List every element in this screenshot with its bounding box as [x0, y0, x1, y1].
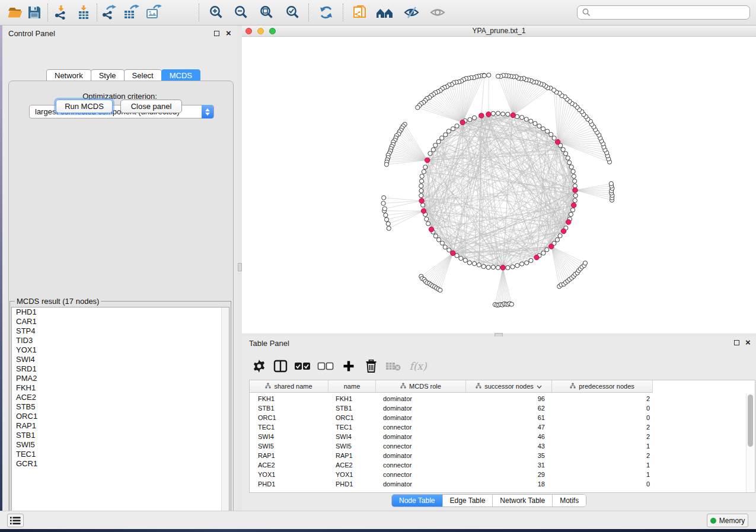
network-leaf-node[interactable] [438, 288, 442, 292]
network-leaf-node[interactable] [609, 181, 613, 185]
network-leaf-node[interactable] [384, 213, 388, 217]
mcds-hub-node[interactable] [425, 158, 429, 162]
network-node[interactable] [467, 261, 471, 265]
table-cell[interactable]: YOX1 [258, 470, 275, 479]
column-header-predecessor-nodes[interactable]: predecessor nodes [552, 380, 653, 393]
zoom-selected-icon[interactable] [283, 3, 303, 22]
table-cell[interactable]: connector [383, 460, 412, 470]
column-header-MCDS-role[interactable]: MCDS role [376, 380, 466, 393]
network-node[interactable] [419, 179, 423, 183]
tab-motifs[interactable]: Motifs [553, 495, 586, 507]
mcds-result-item[interactable]: ACE2 [12, 393, 229, 402]
network-node[interactable] [573, 198, 577, 203]
network-node[interactable] [447, 248, 451, 252]
table-cell[interactable]: 62 [466, 403, 545, 413]
open-session-icon[interactable] [5, 3, 25, 22]
network-canvas[interactable] [242, 37, 756, 334]
table-cell[interactable]: dominator [383, 451, 412, 460]
table-cell[interactable]: ORC1 [336, 413, 354, 422]
table-cell[interactable]: 2 [552, 451, 650, 460]
select-all-columns-icon[interactable] [292, 357, 312, 376]
network-leaf-node[interactable] [583, 261, 587, 265]
network-node[interactable] [573, 194, 578, 198]
table-cell[interactable]: PHD1 [336, 479, 353, 489]
mcds-hub-node[interactable] [419, 198, 424, 203]
table-cell[interactable]: 96 [466, 394, 545, 403]
hide-graphics-details-icon[interactable] [401, 3, 422, 22]
memory-button[interactable]: Memory [707, 514, 748, 527]
mcds-hub-node[interactable] [534, 255, 539, 259]
mcds-result-item[interactable]: GCR1 [12, 459, 229, 469]
save-session-icon[interactable] [24, 3, 44, 22]
tab-style[interactable]: Style [91, 69, 125, 82]
network-node[interactable] [496, 111, 500, 116]
network-node[interactable] [506, 112, 510, 116]
network-leaf-node[interactable] [387, 226, 391, 230]
table-cell[interactable]: 0 [552, 413, 650, 422]
network-leaf-node[interactable] [482, 73, 486, 78]
table-cell[interactable]: ACE2 [258, 460, 275, 470]
network-node[interactable] [529, 119, 533, 123]
network-leaf-node[interactable] [384, 217, 388, 222]
export-network-icon[interactable] [99, 3, 119, 22]
mcds-list-scrollbar[interactable] [221, 307, 229, 514]
table-cell[interactable]: 1 [552, 470, 650, 479]
network-node[interactable] [520, 116, 524, 120]
export-table-icon[interactable] [121, 3, 141, 22]
table-cell[interactable]: RAP1 [258, 451, 275, 460]
network-leaf-node[interactable] [487, 73, 491, 77]
table-cell[interactable]: FKH1 [336, 394, 352, 403]
table-cell[interactable]: STB1 [336, 403, 352, 413]
network-node[interactable] [541, 251, 546, 255]
network-node[interactable] [552, 136, 556, 140]
mcds-hub-node[interactable] [421, 209, 426, 213]
network-leaf-node[interactable] [382, 207, 387, 211]
network-node[interactable] [431, 148, 435, 152]
network-node[interactable] [515, 264, 519, 268]
network-node[interactable] [436, 139, 441, 143]
network-node[interactable] [573, 184, 577, 188]
table-cell[interactable]: 61 [466, 413, 545, 422]
table-cell[interactable]: 29 [466, 470, 545, 479]
apply-layout-icon[interactable] [316, 3, 336, 22]
network-node[interactable] [451, 127, 455, 131]
network-node[interactable] [572, 174, 576, 178]
column-header-name[interactable]: name [328, 380, 376, 393]
table-close-panel-icon[interactable]: × [745, 339, 751, 345]
table-options-gear-icon[interactable] [249, 357, 269, 376]
table-cell[interactable]: SWI5 [336, 441, 352, 451]
table-cell[interactable]: RAP1 [336, 451, 353, 460]
network-window-titlebar[interactable]: YPA_prune.txt_1 [242, 25, 756, 37]
mcds-hub-node[interactable] [561, 229, 566, 233]
delete-column-icon[interactable] [361, 357, 381, 376]
mcds-result-item[interactable]: SWI5 [12, 440, 229, 450]
column-header-successor-nodes[interactable]: successor nodes [466, 380, 552, 393]
table-cell[interactable]: 47 [466, 422, 545, 432]
table-cell[interactable]: 1 [552, 441, 650, 451]
table-cell[interactable]: dominator [383, 413, 412, 422]
mcds-hub-node[interactable] [549, 244, 554, 249]
import-network-icon[interactable] [51, 3, 71, 22]
network-node[interactable] [446, 129, 451, 133]
mcds-hub-node[interactable] [460, 120, 465, 124]
table-cell[interactable]: FKH1 [258, 394, 275, 403]
table-cell[interactable]: TEC1 [258, 422, 275, 432]
table-cell[interactable]: 1 [552, 460, 650, 470]
mcds-result-item[interactable]: PMA2 [12, 374, 229, 383]
table-cell[interactable]: 31 [466, 460, 545, 470]
zoom-in-icon[interactable] [206, 3, 227, 22]
network-node[interactable] [472, 261, 476, 265]
network-node[interactable] [511, 265, 515, 269]
float-panel-icon[interactable] [214, 31, 219, 36]
table-cell[interactable]: ORC1 [258, 413, 276, 422]
network-node[interactable] [541, 127, 545, 131]
mcds-hub-node[interactable] [486, 112, 491, 117]
mcds-result-item[interactable]: SWI4 [12, 355, 229, 364]
network-node[interactable] [501, 112, 505, 116]
network-leaf-node[interactable] [384, 162, 388, 166]
mcds-hub-node[interactable] [555, 139, 560, 144]
table-cell[interactable]: 18 [466, 479, 545, 489]
network-node[interactable] [520, 262, 524, 266]
tab-network-table[interactable]: Network Table [493, 495, 553, 507]
network-node[interactable] [433, 143, 438, 148]
